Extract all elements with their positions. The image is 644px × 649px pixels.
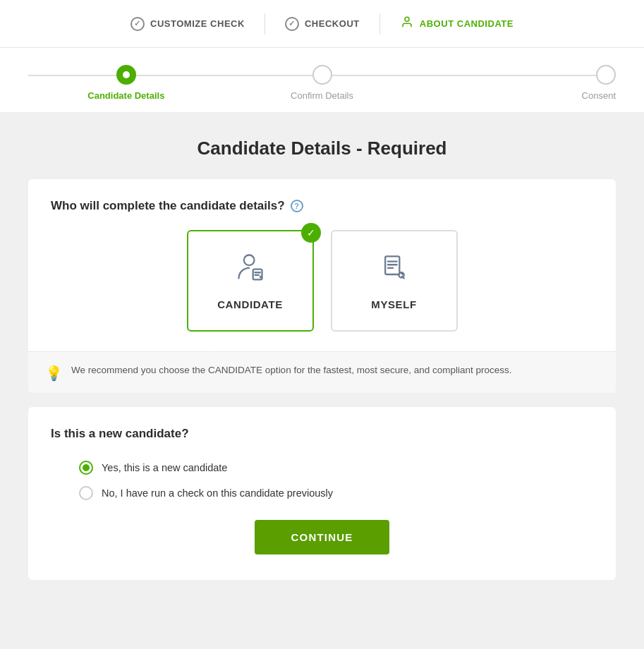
nav-step-customize-label: CUSTOMIZE CHECK (150, 18, 245, 29)
who-completes-card: Who will complete the candidate details?… (28, 179, 616, 393)
option-label-myself: MYSELF (371, 298, 416, 310)
radio-label-new: Yes, this is a new candidate (102, 462, 227, 473)
new-candidate-radio-group: Yes, this is a new candidate No, I have … (51, 458, 593, 503)
main-content: Candidate Details - Required Who will co… (0, 112, 644, 619)
radio-input-new[interactable] (79, 461, 93, 475)
progress-track: Candidate Details Confirm Details Consen… (28, 65, 616, 101)
radio-label-existing: No, I have run a check on this candidate… (102, 487, 333, 499)
help-question-mark: ? (294, 202, 299, 210)
tip-arrow (205, 351, 221, 360)
new-candidate-card: Is this a new candidate? Yes, this is a … (28, 407, 616, 580)
option-card-myself[interactable]: MYSELF (331, 230, 458, 332)
radio-item-new-candidate[interactable]: Yes, this is a new candidate (79, 461, 565, 475)
tip-section: 💡 We recommend you choose the CANDIDATE … (28, 351, 616, 393)
radio-item-existing-candidate[interactable]: No, I have run a check on this candidate… (79, 486, 565, 500)
lightbulb-icon: 💡 (45, 365, 63, 382)
new-candidate-question: Is this a new candidate? (51, 427, 593, 441)
progress-step-consent: Consent (420, 65, 616, 101)
progress-bar-section: Candidate Details Confirm Details Consen… (0, 48, 644, 112)
new-candidate-question-text: Is this a new candidate? (51, 427, 189, 441)
svg-point-1 (243, 255, 254, 266)
step-label-consent: Consent (582, 90, 616, 101)
help-icon[interactable]: ? (291, 200, 303, 212)
step-dot-confirm-details (312, 65, 332, 85)
continue-wrapper: CONTINUE (51, 503, 593, 560)
nav-step-about-label: ABOUT CANDIDATE (420, 18, 514, 29)
person-icon-nav (401, 16, 413, 32)
nav-step-checkout[interactable]: ✓ CHECKOUT (265, 17, 379, 31)
svg-point-5 (259, 276, 262, 279)
option-cards-container: ✓ CANDIDATE (51, 230, 593, 332)
myself-icon (379, 251, 410, 289)
page-title: Candidate Details - Required (28, 138, 616, 159)
option-check-badge-candidate: ✓ (301, 223, 321, 243)
check-icon-customize: ✓ (130, 17, 145, 31)
nav-step-about[interactable]: ABOUT CANDIDATE (380, 17, 533, 31)
option-card-candidate[interactable]: ✓ CANDIDATE (187, 230, 314, 332)
nav-step-checkout-label: CHECKOUT (305, 18, 360, 29)
candidate-icon (235, 251, 266, 289)
radio-input-existing[interactable] (79, 486, 93, 500)
step-dot-candidate-details (116, 65, 136, 85)
nav-step-customize[interactable]: ✓ CUSTOMIZE CHECK (111, 17, 265, 31)
progress-step-confirm-details: Confirm Details (224, 65, 420, 101)
check-icon-checkout: ✓ (285, 17, 299, 31)
step-label-candidate-details: Candidate Details (87, 90, 164, 101)
top-navigation: ✓ CUSTOMIZE CHECK ✓ CHECKOUT ABOU (0, 0, 644, 48)
who-completes-card-body: Who will complete the candidate details?… (28, 179, 616, 351)
new-candidate-card-body: Is this a new candidate? Yes, this is a … (28, 407, 616, 580)
continue-button[interactable]: CONTINUE (255, 520, 390, 554)
who-completes-question: Who will complete the candidate details?… (51, 199, 593, 213)
who-completes-question-text: Who will complete the candidate details? (51, 199, 285, 213)
option-label-candidate: CANDIDATE (217, 298, 283, 310)
progress-step-candidate-details: Candidate Details (28, 65, 224, 101)
svg-point-0 (405, 17, 409, 21)
step-label-confirm-details: Confirm Details (291, 90, 353, 101)
tip-text: We recommend you choose the CANDIDATE op… (71, 363, 512, 377)
step-dot-consent (596, 65, 616, 85)
